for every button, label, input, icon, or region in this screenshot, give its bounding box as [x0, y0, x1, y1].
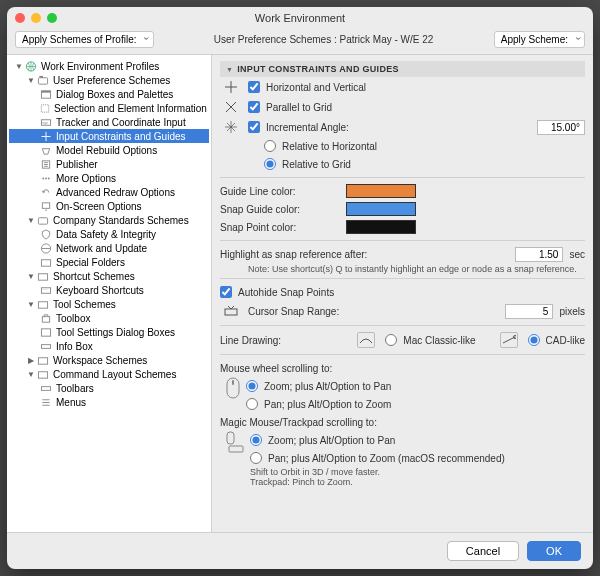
note-text: Note: Use shortcut(s) Q to instantly hig… — [220, 264, 585, 274]
ok-button[interactable]: OK — [527, 541, 581, 561]
cad-icon — [500, 332, 518, 348]
svg-rect-12 — [42, 202, 49, 208]
rel-horiz-radio[interactable] — [264, 140, 276, 152]
more-icon — [39, 172, 53, 184]
mac-classic-radio[interactable] — [385, 334, 397, 346]
parallel-checkbox[interactable] — [248, 101, 260, 113]
tree-item[interactable]: Publisher — [9, 157, 209, 171]
tree-item[interactable]: Model Rebuild Options — [9, 143, 209, 157]
svg-rect-24 — [41, 344, 50, 348]
folder-icon — [36, 74, 50, 86]
dialog-icon — [39, 88, 53, 100]
svg-rect-1 — [38, 77, 47, 83]
folder-icon — [36, 354, 50, 366]
toolbox-icon — [39, 312, 53, 324]
window: Work Environment Apply Schemes of Profil… — [7, 7, 593, 569]
svg-point-10 — [45, 177, 47, 179]
tree-item[interactable]: Network and Update — [9, 241, 209, 255]
tree-item[interactable]: Menus — [9, 395, 209, 409]
shield-icon — [39, 228, 53, 240]
svg-rect-5 — [41, 104, 48, 111]
incr-angle-field[interactable] — [537, 120, 585, 135]
incr-angle-checkbox[interactable] — [248, 121, 260, 133]
cursor-range-field[interactable] — [505, 304, 553, 319]
folder-icon — [36, 214, 50, 226]
selection-icon — [39, 102, 51, 114]
tree-item[interactable]: On-Screen Options — [9, 199, 209, 213]
apply-profile-dropdown[interactable]: Apply Schemes of Profile: — [15, 31, 154, 48]
svg-rect-28 — [225, 309, 237, 315]
tree-shortcut[interactable]: ▼Shortcut Schemes — [9, 269, 209, 283]
tree-item-selected[interactable]: Input Constraints and Guides — [9, 129, 209, 143]
svg-rect-27 — [41, 386, 50, 390]
rel-grid-radio[interactable] — [264, 158, 276, 170]
folder-icon — [36, 368, 50, 380]
tree-item[interactable]: Toolbox — [9, 311, 209, 325]
guide-color-swatch[interactable] — [346, 184, 416, 198]
mm-zoom-radio[interactable] — [250, 434, 262, 446]
redraw-icon — [39, 186, 53, 198]
mouse-icon — [226, 377, 240, 401]
content-panel: INPUT CONSTRAINTS AND GUIDES Horizontal … — [212, 55, 593, 532]
tree-item[interactable]: Selection and Element Information — [9, 101, 209, 115]
xyz-icon: xyz — [39, 116, 53, 128]
tree-item[interactable]: Special Folders — [9, 255, 209, 269]
tree-company[interactable]: ▼Company Standards Schemes — [9, 213, 209, 227]
tree-user-pref[interactable]: ▼User Preference Schemes — [9, 73, 209, 87]
tree-item[interactable]: Advanced Redraw Options — [9, 185, 209, 199]
highlight-field[interactable] — [515, 247, 563, 262]
cross-icon — [220, 79, 242, 95]
snap-point-color-swatch[interactable] — [346, 220, 416, 234]
svg-rect-13 — [38, 217, 47, 223]
tree-root[interactable]: ▼Work Environment Profiles — [9, 59, 209, 73]
svg-rect-2 — [39, 75, 43, 77]
tree-tool[interactable]: ▼Tool Schemes — [9, 297, 209, 311]
tree-item[interactable]: Tool Settings Dialog Boxes — [9, 325, 209, 339]
sidebar: ▼Work Environment Profiles ▼User Prefere… — [7, 55, 212, 532]
menu-icon — [39, 396, 53, 408]
titlebar: Work Environment — [7, 7, 593, 29]
tree-workspace[interactable]: ▶Workspace Schemes — [9, 353, 209, 367]
tree-command[interactable]: ▼Command Layout Schemes — [9, 367, 209, 381]
keyboard-icon — [39, 284, 53, 296]
svg-rect-25 — [38, 357, 47, 363]
publisher-icon — [39, 158, 53, 170]
svg-rect-21 — [38, 301, 47, 307]
tree-item[interactable]: Info Box — [9, 339, 209, 353]
info-icon — [39, 340, 53, 352]
horiz-vert-checkbox[interactable] — [248, 81, 260, 93]
svg-rect-23 — [41, 328, 50, 335]
autohide-checkbox[interactable] — [220, 286, 232, 298]
tree-item[interactable]: Dialog Boxes and Palettes — [9, 87, 209, 101]
settings-icon — [39, 326, 53, 338]
cad-radio[interactable] — [528, 334, 540, 346]
tree-item[interactable]: Data Safety & Integrity — [9, 227, 209, 241]
window-title: Work Environment — [7, 12, 593, 24]
mw-pan-radio[interactable] — [246, 398, 258, 410]
toolbar: Apply Schemes of Profile: User Preferenc… — [7, 29, 593, 55]
tree-item[interactable]: Toolbars — [9, 381, 209, 395]
apply-scheme-dropdown[interactable]: Apply Scheme: — [494, 31, 585, 48]
folder-icon — [39, 256, 53, 268]
snap-guide-color-swatch[interactable] — [346, 202, 416, 216]
panel-header[interactable]: INPUT CONSTRAINTS AND GUIDES — [220, 61, 585, 77]
tree-item[interactable]: xyzTracker and Coordinate Input — [9, 115, 209, 129]
mm-pan-radio[interactable] — [250, 452, 262, 464]
svg-point-11 — [48, 177, 50, 179]
svg-point-20 — [46, 289, 47, 290]
tree-item[interactable]: Keyboard Shortcuts — [9, 283, 209, 297]
cancel-button[interactable]: Cancel — [447, 541, 519, 561]
angle-icon — [220, 119, 242, 135]
screen-icon — [39, 200, 53, 212]
footer: Cancel OK — [7, 532, 593, 569]
toolbar-icon — [39, 382, 53, 394]
x-icon — [220, 99, 242, 115]
tree-item[interactable]: More Options — [9, 171, 209, 185]
mw-zoom-radio[interactable] — [246, 380, 258, 392]
svg-rect-32 — [227, 432, 234, 444]
svg-point-18 — [43, 289, 44, 290]
folder-icon — [36, 298, 50, 310]
trackpad-icon — [226, 431, 244, 455]
globe-icon — [24, 60, 38, 72]
svg-point-19 — [45, 289, 46, 290]
